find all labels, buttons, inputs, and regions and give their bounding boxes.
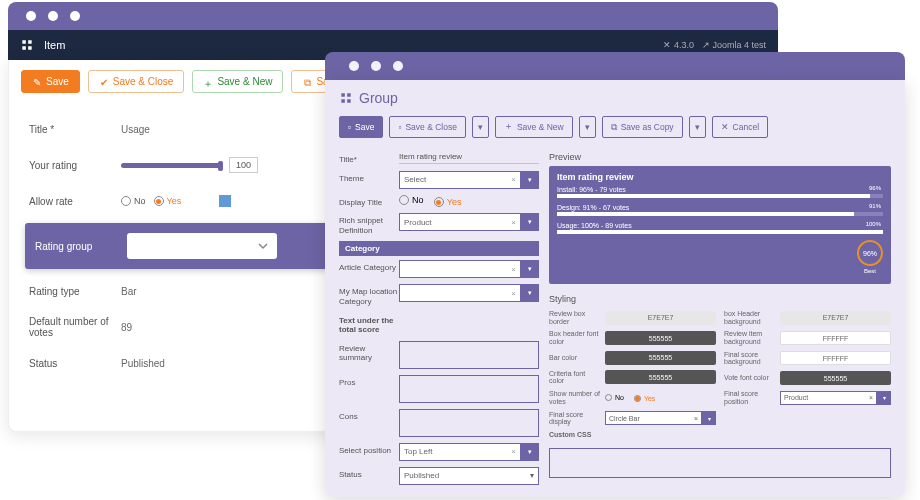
save-new-button[interactable]: ＋Save & New — [192, 70, 283, 93]
save-icon: ✎ — [32, 77, 42, 87]
rating-label: Your rating — [29, 160, 121, 171]
color-swatch[interactable]: E7E7E7 — [605, 311, 716, 325]
chevron-down-icon: ▾ — [521, 443, 539, 461]
score-gauge: 96% — [857, 240, 883, 266]
map-cat-select[interactable]: × ▾ — [399, 284, 539, 302]
snippet-select[interactable]: Product× ▾ — [399, 213, 539, 231]
pros-label: Pros — [339, 375, 399, 388]
progress-row: Install: 96% - 79 votes 96% — [557, 186, 883, 198]
color-swatch[interactable]: FFFFFF — [780, 351, 891, 365]
save-new-caret[interactable]: ▾ — [579, 116, 596, 138]
display-yes-radio[interactable]: Yes — [434, 197, 462, 207]
title-label: Title* — [339, 152, 399, 165]
preview-styling-column: Preview Item rating review Install: 96% … — [549, 152, 891, 491]
group-window: Group ▫ Save ▫ Save & Close ▾ ＋ Save & N… — [325, 52, 905, 497]
title-value[interactable]: Usage — [121, 124, 150, 135]
chevron-down-icon: ▾ — [521, 171, 539, 189]
color-swatch[interactable]: FFFFFF — [780, 331, 891, 345]
cancel-button[interactable]: ✕ Cancel — [712, 116, 768, 138]
form-column: Title* Item rating review Theme Select× … — [339, 152, 539, 491]
rating-group-label: Rating group — [35, 241, 127, 252]
styling-panel: Styling Review box borderE7E7E7 Box head… — [549, 294, 891, 478]
progress-row: Usage: 100% - 89 votes 100% — [557, 222, 883, 234]
summary-textarea[interactable] — [399, 341, 539, 369]
joomla-icon — [339, 91, 353, 105]
summary-label: Review summary — [339, 341, 399, 363]
article-cat-select[interactable]: × ▾ — [399, 260, 539, 278]
site-name[interactable]: ↗ Joomla 4 test — [702, 40, 766, 50]
color-swatch[interactable]: E7E7E7 — [780, 311, 891, 325]
joomla-icon — [20, 38, 34, 52]
status-label: Status — [339, 467, 399, 480]
cons-label: Cons — [339, 409, 399, 422]
map-cat-label: My Map location Category — [339, 284, 399, 306]
save-close-button[interactable]: ✔Save & Close — [88, 70, 185, 93]
copy-icon: ⧉ — [302, 77, 312, 87]
rating-value[interactable]: 100 — [229, 157, 258, 173]
save-copy-button[interactable]: ⧉ Save as Copy — [602, 116, 683, 138]
snippet-label: Rich snippet Definition — [339, 213, 399, 235]
preview-panel: Preview Item rating review Install: 96% … — [549, 152, 891, 284]
save-button[interactable]: ✎Save — [21, 70, 80, 93]
votes-no-radio[interactable]: No — [605, 394, 624, 401]
plus-icon: ＋ — [203, 77, 213, 87]
chevron-down-icon: ▾ — [521, 284, 539, 302]
status-select[interactable]: Published▾ — [399, 467, 539, 485]
styling-heading: Styling — [549, 294, 891, 304]
toolbar: ▫ Save ▫ Save & Close ▾ ＋ Save & New ▾ ⧉… — [339, 116, 891, 138]
save-close-caret[interactable]: ▾ — [472, 116, 489, 138]
rating-type-label: Rating type — [29, 286, 121, 297]
allow-rate-label: Allow rate — [29, 196, 121, 207]
chevron-down-icon: ▾ — [521, 213, 539, 231]
category-section: Category — [339, 241, 539, 256]
chevron-down-icon — [257, 240, 269, 252]
votes-yes-radio[interactable]: Yes — [634, 395, 655, 402]
allow-no-radio[interactable]: No — [121, 196, 146, 206]
window-dot — [393, 61, 403, 71]
save-close-button[interactable]: ▫ Save & Close — [389, 116, 466, 138]
window-dot — [70, 11, 80, 21]
text-under-label: Text under the total score — [339, 313, 399, 335]
chevron-down-icon: ▾ — [521, 260, 539, 278]
color-swatch[interactable]: 555555 — [605, 331, 716, 345]
preview-heading: Preview — [549, 152, 891, 162]
status-label: Status — [29, 358, 121, 369]
position-select[interactable]: Top Left× ▾ — [399, 443, 539, 461]
save-copy-caret[interactable]: ▾ — [689, 116, 706, 138]
rating-slider[interactable] — [121, 163, 221, 168]
title-label: Title * — [29, 124, 121, 135]
theme-select[interactable]: Select× ▾ — [399, 171, 539, 189]
theme-label: Theme — [339, 171, 399, 184]
window-title: Group — [339, 90, 891, 106]
progress-row: Design: 91% - 67 votes 91% — [557, 204, 883, 216]
final-pos-select[interactable]: Product×▾ — [780, 391, 891, 405]
color-swatch[interactable]: 555555 — [780, 371, 891, 385]
default-votes-label: Default number of votes — [29, 316, 121, 338]
save-button[interactable]: ▫ Save — [339, 116, 383, 138]
status-value: Published — [121, 358, 165, 369]
window-chrome — [8, 2, 778, 30]
window-dot — [26, 11, 36, 21]
title-field[interactable]: Item rating review — [399, 152, 539, 164]
cons-textarea[interactable] — [399, 409, 539, 437]
display-title-label: Display Title — [339, 195, 399, 208]
page-title: Item — [44, 39, 65, 51]
rating-group-select[interactable] — [127, 233, 277, 259]
custom-css-textarea[interactable] — [549, 448, 891, 478]
color-swatch[interactable]: 555555 — [605, 370, 716, 384]
position-label: Select position — [339, 443, 399, 456]
save-icon: ✔ — [99, 77, 109, 87]
save-new-button[interactable]: ＋ Save & New — [495, 116, 573, 138]
rating-type-value: Bar — [121, 286, 137, 297]
window-chrome — [325, 52, 905, 80]
article-cat-label: Article Category — [339, 260, 399, 273]
display-select[interactable]: Circle Bar×▾ — [605, 411, 716, 425]
default-votes-value: 89 — [121, 322, 132, 333]
allow-yes-radio[interactable]: Yes — [154, 196, 182, 206]
display-no-radio[interactable]: No — [399, 195, 424, 205]
pros-textarea[interactable] — [399, 375, 539, 403]
color-swatch[interactable]: 555555 — [605, 351, 716, 365]
window-dot — [48, 11, 58, 21]
version-badge: ✕ 4.3.0 — [663, 40, 694, 50]
checkbox[interactable] — [219, 195, 231, 207]
